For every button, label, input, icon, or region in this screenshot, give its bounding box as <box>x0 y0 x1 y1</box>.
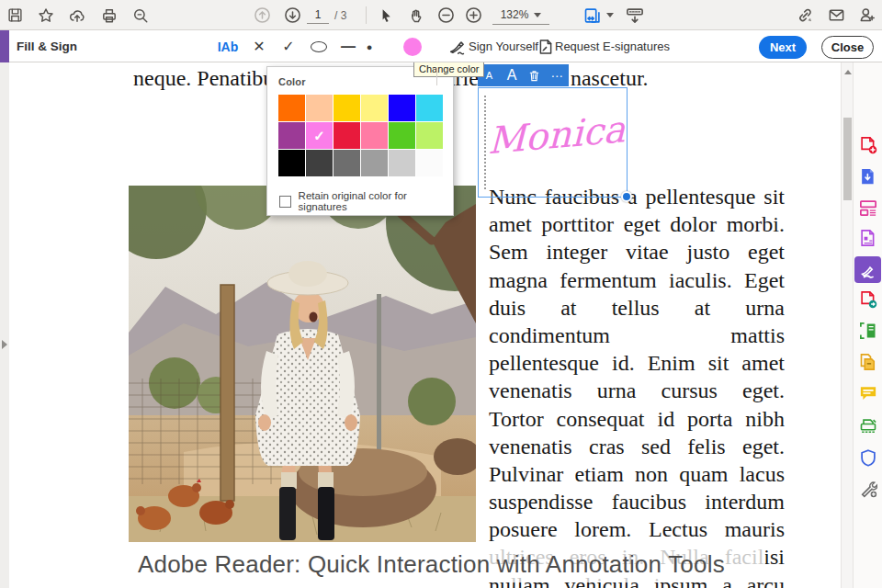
save-icon[interactable] <box>3 4 27 27</box>
zoom-level-dropdown[interactable]: 132% <box>492 6 549 25</box>
sidebar-item-scan-and-ocr[interactable] <box>857 415 879 437</box>
toolbar-divider <box>366 6 367 24</box>
zoom-level-value: 132% <box>501 8 529 21</box>
color-swatch[interactable] <box>389 95 415 121</box>
page-number-input[interactable] <box>307 6 329 24</box>
sign-yourself-icon[interactable] <box>447 34 467 59</box>
delete-signature-button[interactable] <box>525 65 545 85</box>
page-total-label: / 3 <box>334 9 346 22</box>
sidebar-item-comment[interactable] <box>857 382 879 404</box>
sidebar-item-prepare-form[interactable] <box>857 320 879 342</box>
next-page-icon[interactable] <box>280 4 304 27</box>
previous-page-icon[interactable] <box>250 4 274 27</box>
document-line: Sem integer vitae justo eget <box>489 238 785 266</box>
next-button[interactable]: Next <box>759 36 807 59</box>
color-tool[interactable] <box>401 34 424 59</box>
color-swatch[interactable] <box>278 150 305 176</box>
vertical-scrollbar[interactable] <box>841 62 853 588</box>
document-line: venenatis urna cursus eget. <box>489 377 785 404</box>
toolbar-divider <box>436 68 437 85</box>
check-tool[interactable]: ✓ <box>277 34 300 59</box>
color-swatch[interactable] <box>334 122 360 149</box>
chevron-down-icon[interactable] <box>606 13 614 17</box>
color-swatch[interactable] <box>278 95 305 121</box>
print-icon[interactable] <box>97 4 121 27</box>
document-line: amet porttitor eget dolor morbi. <box>489 210 785 238</box>
scrollbar-thumb[interactable] <box>843 118 852 200</box>
close-button[interactable]: Close <box>821 36 874 59</box>
sidebar-item-organize-pages[interactable] <box>857 197 879 219</box>
scroll-up-arrow-icon[interactable] <box>844 70 852 74</box>
color-swatch[interactable] <box>389 122 415 149</box>
color-swatch[interactable] <box>361 122 388 149</box>
color-swatch[interactable] <box>389 150 415 176</box>
sign-yourself-button[interactable]: Sign Yourself <box>469 34 538 59</box>
fill-sign-accent-bar <box>0 30 9 62</box>
color-swatch[interactable] <box>334 95 360 121</box>
share-link-icon[interactable] <box>793 4 817 27</box>
color-swatch[interactable] <box>334 150 360 176</box>
document-line: pellentesque id. Enim sit amet <box>489 349 785 377</box>
fill-sign-toolbar: Fill & Sign IAb ✕ ✓ — ● Sign Yourself Re… <box>0 30 882 62</box>
color-popup-title: Color <box>278 76 306 87</box>
document-line: condimentum mattis <box>489 322 785 349</box>
color-swatch[interactable] <box>361 150 388 176</box>
add-text-tool[interactable]: IAb <box>214 34 242 59</box>
email-icon[interactable] <box>824 4 848 27</box>
dot-tool[interactable]: ● <box>360 34 379 59</box>
cross-tool[interactable]: ✕ <box>248 34 270 59</box>
document-line: magna fermentum iaculis. Eget <box>489 266 785 294</box>
sidebar-item-send-for-signature[interactable] <box>857 288 879 311</box>
document-line: suspendisse faucibus interdum <box>489 488 785 515</box>
cloud-upload-icon[interactable] <box>65 4 89 27</box>
hand-tool-icon[interactable] <box>404 4 428 27</box>
sidebar-item-export-pdf[interactable] <box>857 165 879 187</box>
top-toolbar: / 3 132% <box>0 0 882 30</box>
zoom-out-icon[interactable] <box>434 4 458 27</box>
color-swatch[interactable] <box>416 150 443 176</box>
request-esignatures-button[interactable]: Request E-signatures <box>555 34 670 59</box>
sidebar-item-create-pdf[interactable] <box>857 134 879 156</box>
line-tool[interactable]: — <box>337 34 359 59</box>
collapse-toolbar-icon[interactable] <box>623 4 647 27</box>
change-color-tooltip: Change color <box>413 61 484 77</box>
color-swatch[interactable] <box>306 150 333 176</box>
signature-text[interactable]: Monica <box>488 108 619 163</box>
signature-drag-handle[interactable] <box>484 96 486 189</box>
zoom-in-icon[interactable] <box>461 4 485 27</box>
caption-text: Adobe Reader: Quick Interaction with Ann… <box>133 550 725 579</box>
sidebar-item-more-tools[interactable] <box>857 478 879 500</box>
tools-sidebar <box>853 62 882 588</box>
color-swatch[interactable] <box>306 95 333 121</box>
expand-panel-arrow-icon[interactable] <box>2 340 7 349</box>
color-swatch[interactable] <box>416 95 443 121</box>
profile-add-icon[interactable] <box>854 4 878 27</box>
sidebar-item-fill-and-sign[interactable] <box>854 256 881 283</box>
more-options-button[interactable]: … <box>548 65 568 85</box>
signature-mini-toolbar: A A … <box>478 64 569 86</box>
oval-icon <box>311 41 327 52</box>
signature-selection-box[interactable]: Monica <box>478 87 628 198</box>
search-icon[interactable] <box>129 4 153 27</box>
color-swatch-grid: ✓ <box>278 95 444 176</box>
signature-resize-handle[interactable] <box>621 191 632 202</box>
document-line: Tortor consequat id porta nibh <box>489 405 785 433</box>
color-swatch[interactable] <box>416 122 443 149</box>
fill-sign-title: Fill & Sign <box>17 40 77 53</box>
color-swatch-selected[interactable]: ✓ <box>306 122 333 149</box>
retain-color-checkbox[interactable] <box>279 196 291 208</box>
caption-banner: Adobe Reader: Quick Interaction with Ann… <box>133 546 765 582</box>
page-fit-icon[interactable] <box>581 4 605 27</box>
increase-size-button[interactable]: A <box>502 65 522 85</box>
left-panel-rail <box>0 62 9 588</box>
star-icon[interactable] <box>34 4 58 27</box>
sidebar-item-edit-pdf[interactable] <box>857 227 879 249</box>
sidebar-item-combine-files[interactable] <box>857 351 879 373</box>
select-cursor-icon[interactable] <box>374 4 398 27</box>
oval-tool[interactable] <box>308 34 330 59</box>
color-swatch[interactable] <box>361 95 388 121</box>
color-swatch[interactable] <box>278 122 305 149</box>
retain-color-label: Retain original color for signatures <box>299 190 453 212</box>
request-esignatures-icon[interactable] <box>536 34 556 59</box>
sidebar-item-protect[interactable] <box>857 447 879 469</box>
